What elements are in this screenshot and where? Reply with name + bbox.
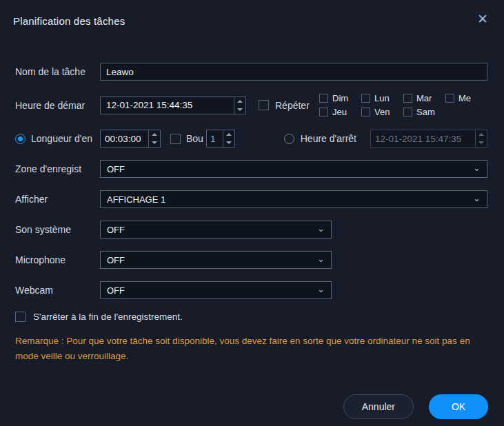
spinner-up-icon[interactable]: [223, 130, 234, 139]
duration-row: Longueur d'en 00:03:00 Bou 1 Heure d'arr…: [15, 130, 487, 148]
loop-label: Bou: [186, 133, 203, 144]
stop-time-input[interactable]: 12-01-2021 15:47:35: [370, 130, 487, 148]
day-jeu-checkbox[interactable]: [319, 108, 328, 116]
day-mar-checkbox[interactable]: [403, 94, 412, 103]
start-time-label: Heure de démar: [15, 100, 100, 111]
microphone-dropdown[interactable]: OFF: [100, 251, 332, 269]
spinner-up-icon: [476, 130, 487, 139]
chevron-down-icon: [317, 254, 325, 263]
note-text: Remarque : Pour que votre tâche soit dis…: [15, 334, 487, 365]
chevron-down-icon: [473, 194, 481, 203]
day-jeu[interactable]: Jeu: [319, 107, 361, 117]
stop-time-label: Heure d'arrêt: [301, 133, 356, 144]
task-name-value: Leawo: [101, 63, 139, 80]
start-time-value: 12-01-2021 15:44:35: [101, 97, 234, 114]
repeat-days-grid: Dim Lun Mar Me Jeu Ven Sam: [319, 93, 487, 117]
display-label: Afficher: [15, 194, 100, 205]
webcam-row: Webcam OFF: [15, 281, 487, 299]
day-sam[interactable]: Sam: [403, 107, 445, 117]
task-name-input[interactable]: Leawo: [100, 63, 487, 81]
microphone-value: OFF: [107, 255, 125, 265]
cancel-button[interactable]: Annuler: [343, 394, 414, 419]
day-sam-checkbox[interactable]: [403, 108, 412, 116]
loop-count-input[interactable]: 1: [206, 130, 235, 148]
day-ven[interactable]: Ven: [361, 107, 403, 117]
loop-count-value: 1: [207, 130, 223, 147]
day-dim-checkbox[interactable]: [319, 94, 328, 103]
display-row: Afficher AFFICHAGE 1: [15, 190, 487, 208]
stop-time-radio[interactable]: [284, 134, 294, 144]
loop-checkbox[interactable]: [170, 134, 181, 144]
system-sound-dropdown[interactable]: OFF: [100, 221, 332, 239]
day-sam-label: Sam: [416, 107, 435, 117]
microphone-row: Microphone OFF: [15, 251, 487, 269]
day-jeu-label: Jeu: [332, 107, 347, 117]
day-ven-checkbox[interactable]: [361, 108, 370, 116]
day-dim-label: Dim: [332, 93, 348, 103]
day-lun-checkbox[interactable]: [361, 94, 370, 103]
spinner-down-icon[interactable]: [234, 105, 245, 114]
webcam-dropdown[interactable]: OFF: [100, 281, 332, 299]
repeat-checkbox[interactable]: [259, 100, 269, 110]
day-lun[interactable]: Lun: [361, 93, 403, 103]
system-sound-label: Son système: [15, 224, 100, 235]
start-time-input[interactable]: 12-01-2021 15:44:35: [100, 97, 246, 114]
display-value: AFFICHAGE 1: [107, 194, 165, 205]
length-spinner[interactable]: [148, 130, 160, 147]
system-sound-row: Son système OFF: [15, 221, 487, 239]
length-value: 00:03:00: [101, 130, 148, 147]
chevron-down-icon: [473, 163, 481, 172]
start-time-spinner[interactable]: [234, 97, 245, 114]
stop-at-end-checkbox[interactable]: [15, 312, 26, 322]
day-lun-label: Lun: [374, 93, 390, 103]
close-icon[interactable]: ✕: [474, 10, 492, 28]
button-bar: Annuler OK: [343, 394, 488, 419]
display-dropdown[interactable]: AFFICHAGE 1: [100, 190, 487, 208]
record-area-label: Zone d'enregist: [15, 163, 100, 174]
day-mar-label: Mar: [416, 93, 432, 103]
length-label: Longueur d'en: [31, 133, 100, 144]
length-input[interactable]: 00:03:00: [100, 130, 161, 148]
dialog-title: Planification des tâches: [13, 15, 125, 27]
spinner-down-icon[interactable]: [223, 139, 234, 147]
stop-time-spinner: [475, 130, 487, 147]
chevron-down-icon: [317, 285, 325, 294]
spinner-down-icon[interactable]: [149, 139, 160, 147]
ok-button[interactable]: OK: [429, 394, 488, 419]
stop-at-end-label: S'arrêter à la fin de l'enregistrement.: [33, 312, 183, 322]
stop-time-value: 12-01-2021 15:47:35: [371, 130, 475, 147]
record-area-dropdown[interactable]: OFF: [100, 160, 487, 178]
day-mar[interactable]: Mar: [403, 93, 445, 103]
webcam-label: Webcam: [15, 285, 100, 296]
day-dim[interactable]: Dim: [319, 93, 361, 103]
task-name-row: Nom de la tâche Leawo: [15, 63, 487, 81]
loop-spinner[interactable]: [223, 130, 234, 147]
day-ven-label: Ven: [374, 107, 390, 117]
length-radio[interactable]: [15, 134, 26, 144]
spinner-down-icon: [476, 139, 487, 147]
chevron-down-icon: [317, 224, 325, 233]
schedule-form: Nom de la tâche Leawo Heure de démar 12-…: [15, 63, 487, 365]
system-sound-value: OFF: [107, 225, 125, 235]
spinner-up-icon[interactable]: [234, 97, 245, 105]
stop-at-end-row: S'arrêter à la fin de l'enregistrement.: [15, 312, 487, 322]
task-name-label: Nom de la tâche: [15, 66, 100, 77]
day-mer[interactable]: Me: [445, 93, 487, 103]
start-time-row: Heure de démar 12-01-2021 15:44:35 Répét…: [15, 93, 487, 117]
record-area-value: OFF: [107, 164, 125, 174]
day-mer-label: Me: [458, 93, 471, 103]
day-mer-checkbox[interactable]: [445, 94, 454, 103]
webcam-value: OFF: [107, 285, 125, 296]
microphone-label: Microphone: [15, 254, 100, 265]
spinner-up-icon[interactable]: [149, 130, 160, 139]
record-area-row: Zone d'enregist OFF: [15, 160, 487, 178]
repeat-label: Répéter: [275, 100, 310, 111]
